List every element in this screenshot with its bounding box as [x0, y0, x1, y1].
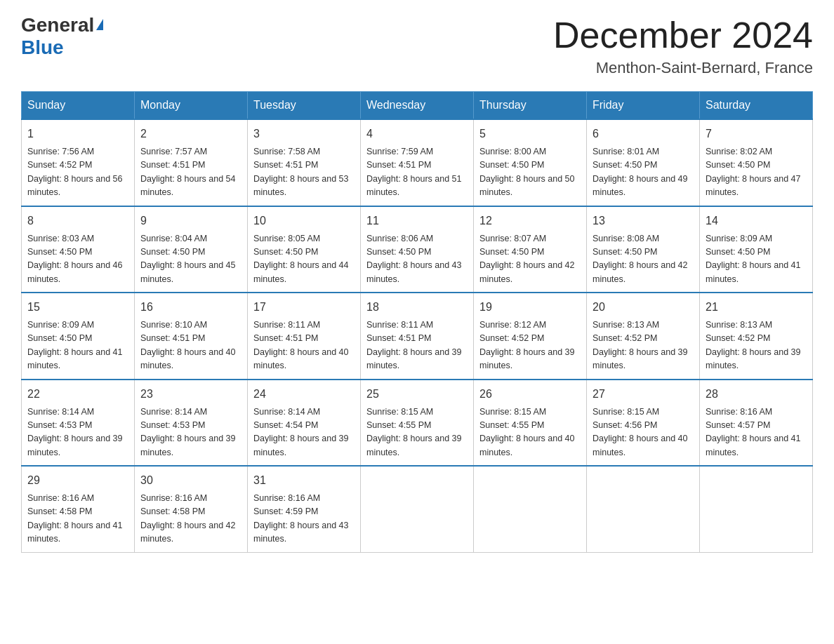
day-info: Sunrise: 8:09 AMSunset: 4:50 PMDaylight:… [27, 318, 128, 373]
day-number: 3 [253, 126, 355, 142]
title-section: December 2024 Menthon-Saint-Bernard, Fra… [553, 14, 813, 77]
day-info: Sunrise: 8:01 AMSunset: 4:50 PMDaylight:… [593, 145, 694, 200]
col-friday: Friday [587, 92, 700, 120]
day-info: Sunrise: 8:14 AMSunset: 4:53 PMDaylight:… [27, 405, 128, 460]
day-number: 24 [253, 386, 355, 403]
calendar-day-cell: 16Sunrise: 8:10 AMSunset: 4:51 PMDayligh… [135, 293, 248, 380]
calendar-day-cell: 27Sunrise: 8:15 AMSunset: 4:56 PMDayligh… [587, 380, 700, 467]
day-info: Sunrise: 8:04 AMSunset: 4:50 PMDaylight:… [140, 232, 241, 287]
calendar-week-row: 15Sunrise: 8:09 AMSunset: 4:50 PMDayligh… [22, 293, 813, 380]
day-number: 6 [593, 126, 694, 142]
calendar-day-cell [587, 466, 700, 552]
calendar-day-cell: 5Sunrise: 8:00 AMSunset: 4:50 PMDaylight… [474, 119, 587, 206]
day-info: Sunrise: 8:15 AMSunset: 4:55 PMDaylight:… [366, 405, 468, 460]
day-number: 16 [140, 299, 241, 316]
calendar-day-cell: 24Sunrise: 8:14 AMSunset: 4:54 PMDayligh… [248, 380, 361, 467]
day-info: Sunrise: 8:08 AMSunset: 4:50 PMDaylight:… [593, 232, 694, 287]
day-number: 20 [593, 299, 694, 316]
calendar-day-cell: 15Sunrise: 8:09 AMSunset: 4:50 PMDayligh… [22, 293, 135, 380]
calendar-day-cell: 20Sunrise: 8:13 AMSunset: 4:52 PMDayligh… [587, 293, 700, 380]
day-number: 2 [140, 126, 241, 142]
col-saturday: Saturday [700, 92, 813, 120]
calendar-day-cell: 23Sunrise: 8:14 AMSunset: 4:53 PMDayligh… [135, 380, 248, 467]
day-number: 25 [366, 386, 468, 403]
calendar-day-cell: 7Sunrise: 8:02 AMSunset: 4:50 PMDaylight… [700, 119, 813, 206]
calendar-day-cell: 14Sunrise: 8:09 AMSunset: 4:50 PMDayligh… [700, 206, 813, 293]
day-info: Sunrise: 8:06 AMSunset: 4:50 PMDaylight:… [366, 232, 468, 287]
calendar-day-cell: 29Sunrise: 8:16 AMSunset: 4:58 PMDayligh… [22, 466, 135, 552]
day-info: Sunrise: 8:13 AMSunset: 4:52 PMDaylight:… [593, 318, 694, 373]
calendar-week-row: 1Sunrise: 7:56 AMSunset: 4:52 PMDaylight… [22, 119, 813, 206]
calendar-day-cell: 25Sunrise: 8:15 AMSunset: 4:55 PMDayligh… [361, 380, 474, 467]
calendar-table: Sunday Monday Tuesday Wednesday Thursday… [21, 91, 813, 553]
day-number: 22 [27, 386, 128, 403]
day-info: Sunrise: 8:11 AMSunset: 4:51 PMDaylight:… [253, 318, 355, 373]
day-number: 30 [140, 472, 241, 489]
calendar-day-cell: 18Sunrise: 8:11 AMSunset: 4:51 PMDayligh… [361, 293, 474, 380]
day-info: Sunrise: 8:05 AMSunset: 4:50 PMDaylight:… [253, 232, 355, 287]
day-number: 21 [706, 299, 807, 316]
calendar-day-cell: 19Sunrise: 8:12 AMSunset: 4:52 PMDayligh… [474, 293, 587, 380]
calendar-week-row: 8Sunrise: 8:03 AMSunset: 4:50 PMDaylight… [22, 206, 813, 293]
logo-blue-text: Blue [21, 36, 64, 58]
day-number: 5 [479, 126, 581, 142]
calendar-subtitle: Menthon-Saint-Bernard, France [553, 59, 813, 77]
col-wednesday: Wednesday [361, 92, 474, 120]
day-info: Sunrise: 8:15 AMSunset: 4:56 PMDaylight:… [593, 405, 694, 460]
day-number: 7 [706, 126, 807, 142]
day-info: Sunrise: 8:11 AMSunset: 4:51 PMDaylight:… [366, 318, 468, 373]
calendar-day-cell: 13Sunrise: 8:08 AMSunset: 4:50 PMDayligh… [587, 206, 700, 293]
col-sunday: Sunday [22, 92, 135, 120]
day-number: 9 [140, 213, 241, 229]
day-number: 12 [479, 213, 581, 229]
calendar-day-cell: 4Sunrise: 7:59 AMSunset: 4:51 PMDaylight… [361, 119, 474, 206]
day-number: 15 [27, 299, 128, 316]
col-thursday: Thursday [474, 92, 587, 120]
col-tuesday: Tuesday [248, 92, 361, 120]
calendar-day-cell: 26Sunrise: 8:15 AMSunset: 4:55 PMDayligh… [474, 380, 587, 467]
calendar-day-cell: 31Sunrise: 8:16 AMSunset: 4:59 PMDayligh… [248, 466, 361, 552]
calendar-day-cell: 17Sunrise: 8:11 AMSunset: 4:51 PMDayligh… [248, 293, 361, 380]
day-info: Sunrise: 8:16 AMSunset: 4:57 PMDaylight:… [706, 405, 807, 460]
day-info: Sunrise: 7:56 AMSunset: 4:52 PMDaylight:… [27, 145, 128, 200]
day-number: 19 [479, 299, 581, 316]
day-info: Sunrise: 8:09 AMSunset: 4:50 PMDaylight:… [706, 232, 807, 287]
day-number: 11 [366, 213, 468, 229]
day-info: Sunrise: 8:15 AMSunset: 4:55 PMDaylight:… [479, 405, 581, 460]
day-info: Sunrise: 8:16 AMSunset: 4:58 PMDaylight:… [140, 492, 241, 546]
calendar-day-cell: 30Sunrise: 8:16 AMSunset: 4:58 PMDayligh… [135, 466, 248, 552]
day-info: Sunrise: 8:03 AMSunset: 4:50 PMDaylight:… [27, 232, 128, 287]
calendar-day-cell: 11Sunrise: 8:06 AMSunset: 4:50 PMDayligh… [361, 206, 474, 293]
calendar-day-cell: 22Sunrise: 8:14 AMSunset: 4:53 PMDayligh… [22, 380, 135, 467]
page-header: General Blue December 2024 Menthon-Saint… [21, 14, 813, 77]
day-number: 18 [366, 299, 468, 316]
calendar-day-cell: 10Sunrise: 8:05 AMSunset: 4:50 PMDayligh… [248, 206, 361, 293]
day-number: 31 [253, 472, 355, 489]
day-info: Sunrise: 8:16 AMSunset: 4:59 PMDaylight:… [253, 492, 355, 546]
day-info: Sunrise: 8:16 AMSunset: 4:58 PMDaylight:… [27, 492, 128, 546]
logo-general-text: General [21, 14, 94, 36]
calendar-day-cell: 6Sunrise: 8:01 AMSunset: 4:50 PMDaylight… [587, 119, 700, 206]
day-info: Sunrise: 7:57 AMSunset: 4:51 PMDaylight:… [140, 145, 241, 200]
day-info: Sunrise: 8:14 AMSunset: 4:53 PMDaylight:… [140, 405, 241, 460]
calendar-header-row: Sunday Monday Tuesday Wednesday Thursday… [22, 92, 813, 120]
day-info: Sunrise: 8:12 AMSunset: 4:52 PMDaylight:… [479, 318, 581, 373]
day-number: 17 [253, 299, 355, 316]
calendar-day-cell: 9Sunrise: 8:04 AMSunset: 4:50 PMDaylight… [135, 206, 248, 293]
calendar-week-row: 22Sunrise: 8:14 AMSunset: 4:53 PMDayligh… [22, 380, 813, 467]
logo: General Blue [21, 14, 103, 59]
calendar-day-cell: 28Sunrise: 8:16 AMSunset: 4:57 PMDayligh… [700, 380, 813, 467]
day-info: Sunrise: 8:10 AMSunset: 4:51 PMDaylight:… [140, 318, 241, 373]
day-info: Sunrise: 8:00 AMSunset: 4:50 PMDaylight:… [479, 145, 581, 200]
calendar-day-cell: 3Sunrise: 7:58 AMSunset: 4:51 PMDaylight… [248, 119, 361, 206]
day-number: 14 [706, 213, 807, 229]
day-info: Sunrise: 8:07 AMSunset: 4:50 PMDaylight:… [479, 232, 581, 287]
day-info: Sunrise: 8:13 AMSunset: 4:52 PMDaylight:… [706, 318, 807, 373]
day-info: Sunrise: 7:58 AMSunset: 4:51 PMDaylight:… [253, 145, 355, 200]
calendar-day-cell [700, 466, 813, 552]
calendar-day-cell: 12Sunrise: 8:07 AMSunset: 4:50 PMDayligh… [474, 206, 587, 293]
day-number: 4 [366, 126, 468, 142]
day-number: 13 [593, 213, 694, 229]
day-number: 23 [140, 386, 241, 403]
calendar-day-cell [361, 466, 474, 552]
